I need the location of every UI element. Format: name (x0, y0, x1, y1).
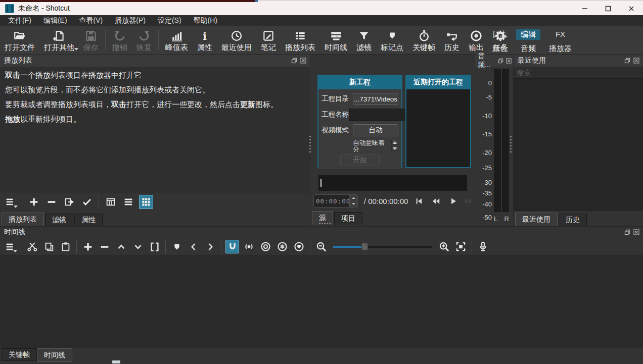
toolbar-peak-meter[interactable]: 峰值表 (161, 26, 193, 54)
paste-button[interactable] (59, 240, 72, 253)
close-button[interactable] (620, 2, 643, 15)
float-panel-icon[interactable] (624, 229, 631, 236)
toolbar-filters[interactable]: 滤镜 (352, 26, 376, 54)
toolbar-notes[interactable]: 笔记 (256, 26, 281, 54)
tab-filters[interactable]: 滤镜 (45, 214, 73, 226)
layout-fx[interactable]: FX (544, 29, 576, 40)
tab-keyframes[interactable]: 关键帧 (2, 348, 37, 361)
recent-projects-list[interactable] (406, 89, 470, 167)
ripple-button[interactable] (259, 240, 272, 253)
create-marker-button[interactable] (170, 240, 183, 253)
ripple-delete-button[interactable] (98, 240, 111, 253)
splitter-handle[interactable] (510, 135, 512, 154)
toolbar-markers[interactable]: 标记点 (376, 26, 408, 54)
next-marker-button[interactable] (203, 240, 217, 253)
start-button[interactable]: 开始 (340, 154, 380, 166)
toolbar-open-other[interactable]: 打开其他 (39, 26, 79, 54)
cut-button[interactable] (25, 240, 39, 253)
toolbar-redo[interactable]: 恢复 (132, 26, 156, 54)
timecode-input[interactable] (314, 195, 349, 207)
copy-button[interactable] (42, 240, 56, 253)
timeline-tracks-area[interactable] (0, 256, 643, 348)
skip-to-start-button[interactable] (411, 194, 425, 207)
toolbar-save[interactable]: 保存 (79, 26, 103, 54)
toolbar-keyframes[interactable]: 关键帧 (408, 26, 440, 54)
fast-forward-button[interactable] (462, 194, 475, 207)
search-input[interactable] (514, 67, 643, 78)
previous-marker-button[interactable] (187, 240, 200, 253)
tab-timeline[interactable]: 时间线 (37, 348, 72, 362)
tab-playlist[interactable]: 播放列表 (2, 213, 44, 226)
toolbar-undo[interactable]: 撤销 (108, 26, 132, 54)
splitter-handle[interactable] (318, 222, 332, 225)
zoom-fit-button[interactable] (454, 240, 468, 253)
close-panel-icon[interactable] (300, 57, 307, 64)
minimize-button[interactable] (573, 2, 596, 15)
playlist-panel-title: 播放列表 (4, 56, 32, 65)
timeline-menu-button[interactable] (3, 240, 17, 253)
view-tiles-button[interactable] (121, 195, 135, 209)
slider-handle[interactable] (361, 243, 368, 250)
playlist-menu-button[interactable] (3, 195, 17, 209)
record-audio-button[interactable] (476, 240, 490, 253)
menu-edit[interactable]: 编辑(E) (37, 15, 73, 26)
tab-history[interactable]: 历史 (559, 214, 587, 226)
playlist-update-button[interactable] (80, 195, 94, 209)
overwrite-button[interactable] (131, 240, 145, 253)
menu-player[interactable]: 播放器(P) (109, 15, 152, 26)
play-button[interactable] (446, 194, 460, 207)
toolbar-history[interactable]: 历史 (440, 26, 464, 54)
layout-audio[interactable]: 音频 (516, 43, 540, 54)
note-scroll-up-icon[interactable] (391, 140, 398, 145)
note-scroll-down-icon[interactable] (391, 146, 398, 151)
player-scrub-bar[interactable] (318, 175, 467, 191)
ripple-markers-button[interactable] (292, 240, 306, 253)
toolbar-open-file[interactable]: 打开文件 (0, 26, 39, 54)
float-panel-icon[interactable] (497, 57, 504, 64)
playlist-add-button[interactable] (27, 195, 41, 209)
snap-button[interactable] (225, 240, 239, 253)
toolbar-recent[interactable]: 最近使用 (217, 26, 256, 54)
menu-help[interactable]: 帮助(H) (188, 15, 223, 26)
toolbar-label: 恢复 (136, 43, 152, 51)
maximize-button[interactable] (596, 2, 620, 15)
timecode-up-icon[interactable] (350, 195, 357, 201)
toolbar-properties[interactable]: i 属性 (193, 26, 217, 54)
scrub-while-dragging-button[interactable] (242, 240, 256, 253)
tab-recent[interactable]: 最近使用 (515, 213, 558, 226)
layout-log[interactable]: 日志 (488, 29, 512, 40)
view-details-button[interactable] (104, 195, 118, 209)
menu-file[interactable]: 文件(F) (2, 15, 37, 26)
splitter-handle[interactable] (309, 135, 311, 154)
playlist-remove-button[interactable] (44, 195, 59, 209)
layout-edit[interactable]: 编辑 (516, 29, 540, 40)
video-mode-button[interactable]: 自动 (353, 124, 398, 136)
recent-files-list[interactable] (514, 79, 643, 211)
tab-properties[interactable]: 属性 (74, 214, 103, 226)
zoom-in-button[interactable] (437, 240, 451, 253)
split-button[interactable] (148, 240, 161, 253)
project-dir-button[interactable]: ...7371\Videos (353, 93, 398, 105)
toolbar-export[interactable]: 输出 (464, 26, 488, 54)
close-panel-icon[interactable] (633, 57, 640, 64)
layout-player[interactable]: 播放器 (544, 43, 576, 54)
rewind-button[interactable] (429, 194, 443, 207)
lift-button[interactable] (114, 240, 128, 253)
float-panel-icon[interactable] (624, 57, 631, 64)
zoom-out-button[interactable] (314, 240, 328, 253)
toolbar-timeline[interactable]: 时间线 (320, 26, 352, 54)
close-panel-icon[interactable] (633, 229, 640, 236)
menu-settings[interactable]: 设定(S) (152, 15, 188, 26)
view-icons-button[interactable] (139, 195, 153, 209)
append-button[interactable] (81, 240, 95, 253)
ripple-all-tracks-button[interactable] (275, 240, 289, 253)
menu-view[interactable]: 查看(V) (73, 15, 109, 26)
close-panel-icon[interactable] (505, 57, 512, 64)
playlist-open-button[interactable] (62, 195, 76, 209)
tab-project[interactable]: 项目 (334, 212, 362, 225)
timeline-zoom-slider[interactable] (333, 243, 432, 251)
timecode-down-icon[interactable] (350, 201, 357, 207)
timeline-hscroll-thumb[interactable] (112, 360, 120, 363)
float-panel-icon[interactable] (291, 57, 298, 64)
toolbar-playlist[interactable]: 播放列表 (281, 26, 320, 54)
